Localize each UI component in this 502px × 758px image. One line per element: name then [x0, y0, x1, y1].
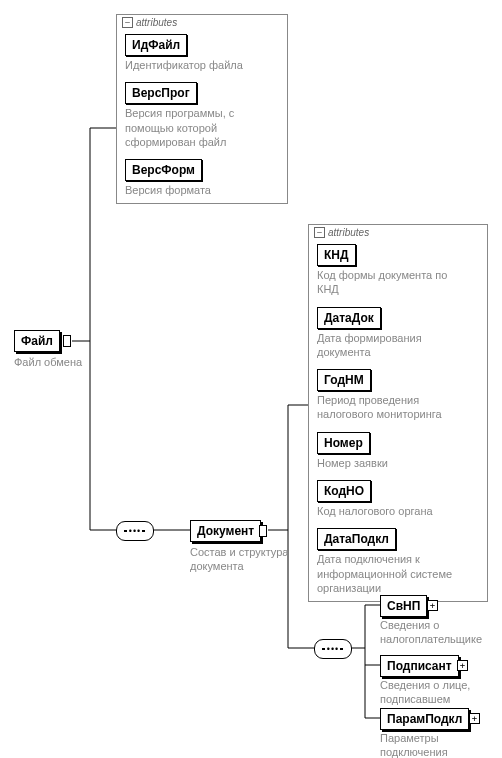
- node-document-label: Документ: [197, 524, 254, 538]
- attr-nomer-desc: Номер заявки: [317, 456, 467, 470]
- node-svnp[interactable]: СвНП: [380, 595, 427, 617]
- node-parampodkl[interactable]: ПарамПодкл: [380, 708, 469, 730]
- node-document-desc: Состав и структура документа: [190, 545, 300, 574]
- node-parampodkl-desc: Параметры подключения: [380, 731, 490, 758]
- attr-knd[interactable]: КНД: [317, 244, 356, 266]
- expand-icon-svnp[interactable]: +: [427, 600, 438, 611]
- attr-knd-desc: Код формы документа по КНД: [317, 268, 467, 297]
- attributes-header-2[interactable]: − attributes: [309, 225, 487, 240]
- attr-godnm[interactable]: ГодНМ: [317, 369, 371, 391]
- attributes-group-file: − attributes ИдФайл Идентификатор файла …: [116, 14, 288, 204]
- attr-versform[interactable]: ВерсФорм: [125, 159, 202, 181]
- expand-icon-podpisant[interactable]: +: [457, 660, 468, 671]
- expand-tab-document[interactable]: [259, 525, 267, 537]
- node-file[interactable]: Файл: [14, 330, 60, 352]
- node-podpisant[interactable]: Подписант: [380, 655, 459, 677]
- attr-datapodkl[interactable]: ДатаПодкл: [317, 528, 396, 550]
- sequence-connector-1: •••: [116, 521, 154, 541]
- expand-icon-parampodkl[interactable]: +: [469, 713, 480, 724]
- node-svnp-desc: Сведения о налогоплательщике: [380, 618, 495, 647]
- attr-idfile[interactable]: ИдФайл: [125, 34, 187, 56]
- node-document[interactable]: Документ: [190, 520, 261, 542]
- attr-datadok-desc: Дата формирования документа: [317, 331, 467, 360]
- attr-versprog[interactable]: ВерсПрог: [125, 82, 197, 104]
- node-podpisant-label: Подписант: [387, 659, 452, 673]
- node-file-label: Файл: [21, 334, 53, 348]
- sequence-connector-2: •••: [314, 639, 352, 659]
- collapse-icon[interactable]: −: [314, 227, 325, 238]
- attr-godnm-desc: Период проведения налогового мониторинга: [317, 393, 467, 422]
- attr-kodno[interactable]: КодНО: [317, 480, 371, 502]
- node-parampodkl-label: ПарамПодкл: [387, 712, 462, 726]
- attr-idfile-desc: Идентификатор файла: [125, 58, 275, 72]
- attr-datadok[interactable]: ДатаДок: [317, 307, 381, 329]
- attr-kodno-desc: Код налогового органа: [317, 504, 467, 518]
- attr-versform-desc: Версия формата: [125, 183, 275, 197]
- attr-versprog-desc: Версия программы, с помощью которой сфор…: [125, 106, 275, 149]
- collapse-icon[interactable]: −: [122, 17, 133, 28]
- attr-nomer[interactable]: Номер: [317, 432, 370, 454]
- attributes-header-1[interactable]: − attributes: [117, 15, 287, 30]
- expand-tab-file[interactable]: [63, 335, 71, 347]
- node-file-desc: Файл обмена: [14, 355, 104, 369]
- attr-datapodkl-desc: Дата подключения к информационной систем…: [317, 552, 467, 595]
- attributes-group-document: − attributes КНД Код формы документа по …: [308, 224, 488, 602]
- node-svnp-label: СвНП: [387, 599, 420, 613]
